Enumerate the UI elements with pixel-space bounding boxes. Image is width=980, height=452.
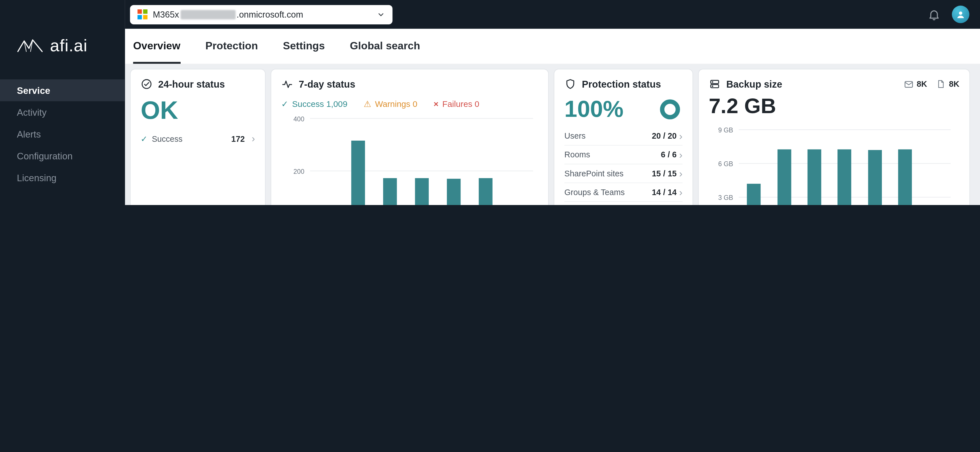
bar (808, 149, 821, 205)
sidebar: afi.ai ServiceActivityAlertsConfiguratio… (0, 0, 125, 205)
warning-icon: ⚠ (364, 99, 371, 108)
protection-percent-row: 100% (564, 97, 682, 121)
chart-column: Mar 21 (310, 119, 342, 205)
y-tick-label: 3 GB (718, 194, 733, 201)
chevron-down-icon (377, 10, 385, 18)
tab-settings[interactable]: Settings (283, 29, 325, 64)
bar (415, 178, 428, 205)
bar (351, 141, 365, 205)
bar (447, 179, 460, 205)
sidebar-item-configuration[interactable]: Configuration (0, 145, 125, 167)
success-count: 172 (231, 134, 245, 143)
bar (838, 149, 851, 205)
chart-column: Mar 28 (920, 130, 951, 205)
tab-overview[interactable]: Overview (133, 29, 180, 64)
success-count-row[interactable]: ✓ Success 172 › (141, 134, 255, 144)
app-logo: afi.ai (0, 0, 125, 56)
check-icon: ✓ (281, 99, 288, 108)
chevron-right-icon: › (679, 169, 682, 178)
envelope-icon (904, 79, 914, 89)
sidebar-item-alerts[interactable]: Alerts (0, 123, 125, 145)
chart-column: Mar 24 (799, 130, 830, 205)
y-tick-label: 9 GB (718, 126, 733, 134)
tab-global-search[interactable]: Global search (350, 29, 420, 64)
chart-plot-area: 0200400Mar 21Mar 22Mar 23Mar 24Mar 25Mar… (310, 119, 533, 205)
tenant-name: M365x.onmicrosoft.com (153, 10, 303, 19)
summary-cards: 24-hour status OK ✓ Success 172 › Backup… (130, 68, 970, 205)
chart-column: Mar 27 (501, 119, 533, 205)
protection-row-groups-teams[interactable]: Groups & Teams14 / 14› (564, 183, 682, 202)
y-tick-label: 6 GB (718, 160, 733, 167)
protection-value: 14 / 14 (652, 188, 677, 197)
protection-row-entra-id[interactable]: Entra ID1 / 1› (564, 202, 682, 205)
tenant-selector[interactable]: M365x.onmicrosoft.com (130, 5, 393, 24)
bell-icon[interactable] (928, 8, 940, 21)
protection-value: 15 / 15 (652, 169, 677, 178)
progress-ring-icon (660, 99, 680, 119)
protection-label: Rooms (564, 150, 590, 159)
chart-column: Mar 25 (829, 130, 860, 205)
card-title: Backup size (726, 78, 782, 90)
sidebar-item-licensing[interactable]: Licensing (0, 167, 125, 189)
seven-day-bar-chart: 0200400Mar 21Mar 22Mar 23Mar 24Mar 25Mar… (281, 111, 538, 205)
check-circle-icon (141, 78, 153, 90)
topbar-actions (928, 6, 980, 23)
chart-legend: ✓Success 1,009 ⚠Warnings 0 ×Failures 0 (281, 99, 538, 108)
topbar: M365x.onmicrosoft.com (125, 0, 980, 29)
redacted-text (180, 10, 235, 19)
card-protection-status: Protection status 100% Users20 / 20›Room… (554, 68, 693, 205)
user-avatar[interactable] (952, 6, 969, 23)
card-backup-size: Backup size 8K 8K (698, 68, 970, 205)
shield-icon (564, 78, 576, 90)
sidebar-menu: ServiceActivityAlertsConfigurationLicens… (0, 80, 125, 189)
protection-value: 6 / 6 (661, 150, 677, 159)
success-label: Success (152, 134, 182, 143)
protection-value: 20 / 20 (652, 131, 677, 141)
y-tick-label: 400 (293, 115, 305, 123)
card-7d-header: 7-day status (281, 78, 538, 90)
cross-icon: × (434, 99, 438, 108)
chart-column: Mar 23 (769, 130, 799, 205)
card-title: 24-hour status (158, 78, 225, 90)
chevron-right-icon: › (679, 187, 682, 197)
protection-percent: 100% (564, 97, 624, 121)
bar (747, 184, 760, 205)
card-24h-header: 24-hour status (141, 78, 255, 90)
y-tick-label: 200 (293, 167, 305, 175)
sidebar-item-service[interactable]: Service (0, 80, 125, 101)
files-count: 8K (937, 80, 959, 89)
chart-column: Mar 26 (469, 119, 501, 205)
card-24-hour-status: 24-hour status OK ✓ Success 172 › Backup… (130, 68, 266, 205)
storage-icon (709, 78, 721, 90)
protection-row-users[interactable]: Users20 / 20› (564, 127, 682, 145)
protection-label: Groups & Teams (564, 188, 625, 197)
status-ok-value: OK (141, 97, 255, 123)
protection-row-sharepoint-sites[interactable]: SharePoint sites15 / 15› (564, 164, 682, 183)
chart-column: Mar 25 (438, 119, 469, 205)
protection-rows: Users20 / 20›Rooms6 / 6›SharePoint sites… (564, 127, 682, 205)
app-window: afi.ai ServiceActivityAlertsConfiguratio… (0, 0, 980, 205)
card-protection-header: Protection status (564, 78, 682, 90)
chart-column: Mar 23 (374, 119, 406, 205)
protection-label: Users (564, 131, 585, 141)
sidebar-item-activity[interactable]: Activity (0, 101, 125, 123)
main-content: 24-hour status OK ✓ Success 172 › Backup… (125, 64, 980, 205)
chart-column: Mar 27 (890, 130, 920, 205)
chart-column: Mar 26 (860, 130, 890, 205)
tab-protection[interactable]: Protection (205, 29, 258, 64)
protection-row-rooms[interactable]: Rooms6 / 6› (564, 146, 682, 164)
bar (868, 150, 881, 205)
bar (478, 178, 492, 205)
legend-failures: ×Failures 0 (434, 99, 479, 108)
card-backup-header: Backup size 8K 8K (709, 78, 959, 90)
logo-text: afi.ai (50, 36, 88, 56)
backup-size-bar-chart: 0 GB3 GB6 GB9 GBMar 22Mar 23Mar 24Mar 25… (709, 123, 959, 205)
card-title: Protection status (582, 78, 661, 90)
mail-count: 8K (904, 79, 927, 89)
chevron-right-icon: › (679, 131, 682, 141)
file-icon (937, 80, 946, 89)
bar (777, 149, 791, 205)
chevron-right-icon: › (679, 150, 682, 160)
legend-warnings: ⚠Warnings 0 (364, 99, 417, 108)
tabs: OverviewProtectionSettingsGlobal search (125, 29, 980, 64)
